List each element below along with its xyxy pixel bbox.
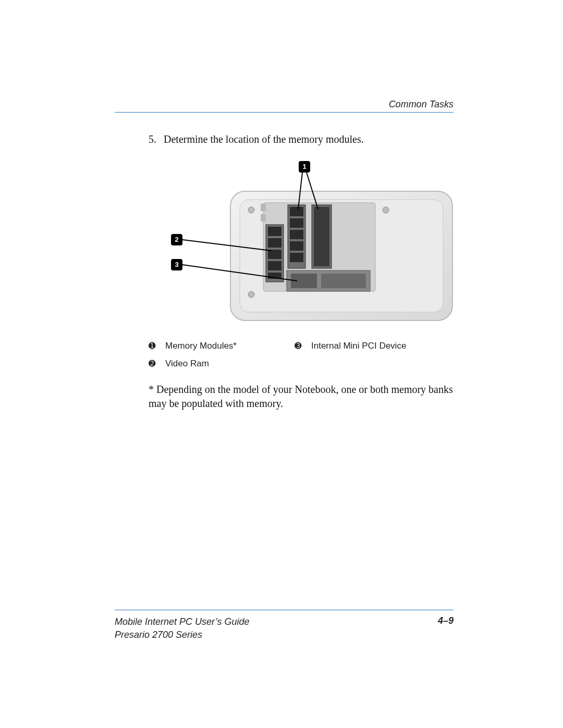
legend-num-3: ➌ <box>295 341 304 351</box>
legend-label-2: Video Ram <box>165 359 209 369</box>
figure: 1 2 3 <box>162 161 454 323</box>
legend-label-3: Internal Mini PCI Device <box>311 341 406 351</box>
footer-rule <box>115 610 454 610</box>
footer: Mobile Internet PC User’s Guide Presario… <box>115 610 454 641</box>
footer-guide: Mobile Internet PC User’s Guide <box>115 615 249 628</box>
step-text: Determine the location of the memory mod… <box>164 133 364 145</box>
step-number: 5. <box>149 133 161 145</box>
legend-num-1: ➊ <box>149 341 158 351</box>
footer-page: 4–9 <box>438 615 454 641</box>
footer-series: Presario 2700 Series <box>115 628 249 641</box>
legend-item-1: ➊ Memory Modules* <box>149 341 295 351</box>
legend-label-1: Memory Modules* <box>165 341 237 351</box>
legend-item-3: ➌ Internal Mini PCI Device <box>295 341 440 351</box>
callout-3-leader <box>162 161 454 323</box>
svg-line-28 <box>182 265 297 281</box>
legend: ➊ Memory Modules* ➌ Internal Mini PCI De… <box>149 341 440 369</box>
legend-item-2: ➋ Video Ram <box>149 359 295 369</box>
step-line: 5. Determine the location of the memory … <box>149 133 454 145</box>
header-section: Common Tasks <box>115 99 454 110</box>
legend-num-2: ➋ <box>149 359 158 368</box>
header-rule <box>115 112 454 113</box>
footnote: * Depending on the model of your Noteboo… <box>149 382 454 411</box>
